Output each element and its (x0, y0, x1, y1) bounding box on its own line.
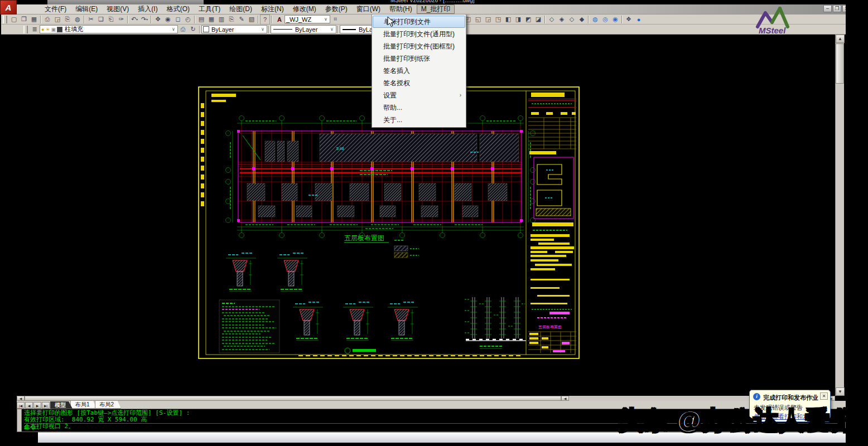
chevron-down-icon[interactable]: ∨ (259, 26, 266, 32)
view-left-icon[interactable]: ◲ (483, 15, 493, 24)
sun-icon[interactable]: ☀ (45, 27, 50, 32)
help-icon[interactable]: ? (260, 14, 270, 25)
view-neiso-icon[interactable]: ◪ (533, 15, 543, 24)
open-icon[interactable]: ❐ (19, 15, 29, 24)
restore-button[interactable]: ❐ (833, 5, 841, 12)
sheetset-icon[interactable]: ⎘ (226, 15, 237, 24)
tab-layout1[interactable]: 布局1 (70, 400, 97, 409)
layer-combo[interactable]: ● ☀ ▣ 柱填充 ∨ (40, 25, 178, 33)
notification-close-icon[interactable]: ✕ (820, 392, 828, 400)
visualstyle-2d-icon[interactable]: ◇ (547, 15, 557, 24)
publish-icon[interactable]: ⎘ (62, 15, 73, 24)
visualstyle-realistic-icon[interactable]: ◆ (577, 15, 587, 24)
cut-icon[interactable]: ✂ (86, 15, 96, 24)
markup-icon[interactable]: ✎ (237, 15, 247, 24)
linetype-combo[interactable]: ByLayer ∨ (271, 25, 336, 33)
menu-dimension[interactable]: 标注(N) (257, 4, 288, 14)
view-bottom-icon[interactable]: ◱ (473, 15, 483, 24)
app-icon[interactable]: A (0, 0, 17, 14)
command-window-grip[interactable] (17, 409, 22, 432)
tab-layout2[interactable]: 布局2 (95, 400, 122, 409)
menu-draw[interactable]: 绘图(D) (225, 4, 257, 14)
menu-modify[interactable]: 修改(M) (288, 4, 321, 14)
zoom-window-icon[interactable]: ◻ (173, 15, 183, 24)
vertical-scrollbar[interactable]: ▲ ▼ (835, 35, 844, 396)
view-back-icon[interactable]: ◨ (513, 15, 523, 24)
save-icon[interactable]: ▦ (29, 15, 39, 24)
visualstyle-3d-icon[interactable]: ◈ (557, 15, 567, 24)
toolbar-grip[interactable] (3, 16, 7, 23)
zoom-previous-icon[interactable]: ◴ (183, 15, 193, 24)
menu-item-batch-print-generic[interactable]: 批量打印到文件(通用型) (372, 28, 466, 40)
tab-last-icon[interactable]: ▶| (42, 402, 50, 409)
designcenter-icon[interactable]: ▦ (206, 15, 216, 24)
scroll-up-icon[interactable]: ▲ (836, 35, 845, 43)
menu-view[interactable]: 视图(V) (102, 4, 133, 14)
toolpalettes-icon[interactable]: ▥ (216, 15, 226, 24)
pan-icon[interactable]: ✥ (153, 15, 163, 24)
make-layer-current-icon[interactable]: ⎙ (178, 25, 188, 34)
vertical-scroll-thumb[interactable] (836, 43, 844, 84)
text-style-combo[interactable]: _WJ_WZ ∨ (284, 15, 330, 23)
tab-prev-icon[interactable]: ◀ (25, 402, 33, 409)
menu-format[interactable]: 格式(O) (162, 4, 194, 14)
lock-icon[interactable]: ▣ (51, 27, 56, 32)
chevron-down-icon[interactable]: ∨ (170, 26, 177, 32)
ucs-previous-icon[interactable]: ◎ (600, 15, 610, 24)
dim-style-icon[interactable]: ⌗ (330, 15, 340, 24)
scroll-mid-icon[interactable]: ◀ (561, 396, 569, 401)
view-right-icon[interactable]: ◳ (493, 15, 503, 24)
minimize-button[interactable]: – (823, 5, 832, 12)
menu-insert[interactable]: 插入(I) (133, 4, 162, 14)
menu-parametric[interactable]: 参数(P) (321, 4, 352, 14)
menu-item-about[interactable]: 关于... (372, 114, 466, 126)
chevron-down-icon[interactable]: ∨ (322, 16, 329, 22)
menu-item-batch-print-frame[interactable]: 批量打印到文件(图框型) (372, 40, 466, 52)
menu-item-settings[interactable]: 设置 › (372, 89, 466, 101)
menu-item-single-print-to-file[interactable]: 单张打印到文件 (373, 16, 465, 28)
bulb-icon[interactable]: ● (41, 27, 44, 32)
ucs-world-icon[interactable]: ◍ (590, 15, 600, 24)
horizontal-scroll-thumb[interactable] (25, 396, 561, 401)
text-style-icon[interactable]: A∕ (273, 15, 283, 24)
copy-icon[interactable]: ❏ (96, 15, 106, 24)
horizontal-scrollbar[interactable]: ◀ ◀ ▶ (17, 396, 835, 401)
tab-next-icon[interactable]: ▶ (33, 402, 41, 409)
layer-manager-icon[interactable]: ≣ (30, 25, 40, 34)
properties-icon[interactable]: ▤ (196, 15, 206, 24)
menu-item-signature-insert[interactable]: 签名插入 (372, 65, 466, 77)
undo-icon[interactable]: ↶▾ (129, 15, 139, 24)
menu-item-signature-authorize[interactable]: 签名授权 (372, 77, 466, 89)
layer-previous-icon[interactable]: ↻ (188, 25, 198, 34)
chevron-down-icon[interactable]: ∨ (329, 26, 335, 32)
render-icon[interactable]: ❖ (624, 15, 634, 24)
sphere-icon[interactable]: ● (634, 15, 644, 24)
menu-file[interactable]: 文件(F) (40, 4, 71, 14)
plot-icon[interactable]: ⎙ (42, 15, 52, 24)
plot-preview-icon[interactable]: ◲ (52, 15, 62, 24)
menu-help[interactable]: 帮助(H) (385, 4, 417, 14)
menu-edit[interactable]: 编辑(E) (71, 4, 102, 14)
toolbar-grip[interactable] (23, 26, 28, 33)
ucs-face-icon[interactable]: ◉ (610, 15, 620, 24)
visualstyle-hidden-icon[interactable]: ◇ (567, 15, 577, 24)
menu-tools[interactable]: 工具(T) (194, 4, 225, 14)
tab-model[interactable]: 模型 (50, 401, 73, 409)
color-combo[interactable]: ByLayer ∨ (201, 25, 267, 33)
zoom-realtime-icon[interactable]: ◉ (163, 15, 173, 24)
tab-first-icon[interactable]: |◀ (17, 402, 25, 409)
menu-m-batchplot[interactable]: M_批打印 (417, 4, 455, 14)
paste-icon[interactable]: ⎗ (106, 15, 116, 24)
new-icon[interactable]: ▢ (9, 15, 19, 24)
transmit-icon[interactable]: ◍ (73, 15, 83, 24)
menu-item-help[interactable]: 帮助... (372, 101, 466, 114)
matchprop-icon[interactable]: ✑ (116, 15, 126, 24)
scroll-down-icon[interactable]: ▼ (836, 387, 845, 396)
scroll-left-icon[interactable]: ◀ (17, 396, 25, 401)
menu-item-batch-print-paper[interactable]: 批量打印到纸张 (372, 52, 466, 65)
redo-icon[interactable]: ↷▾ (139, 15, 150, 24)
view-front-icon[interactable]: ◧ (503, 15, 513, 24)
view-swiso-icon[interactable]: ◩ (523, 15, 533, 24)
quickcalc-icon[interactable]: ▧ (247, 15, 257, 24)
menu-window[interactable]: 窗口(W) (352, 4, 385, 14)
